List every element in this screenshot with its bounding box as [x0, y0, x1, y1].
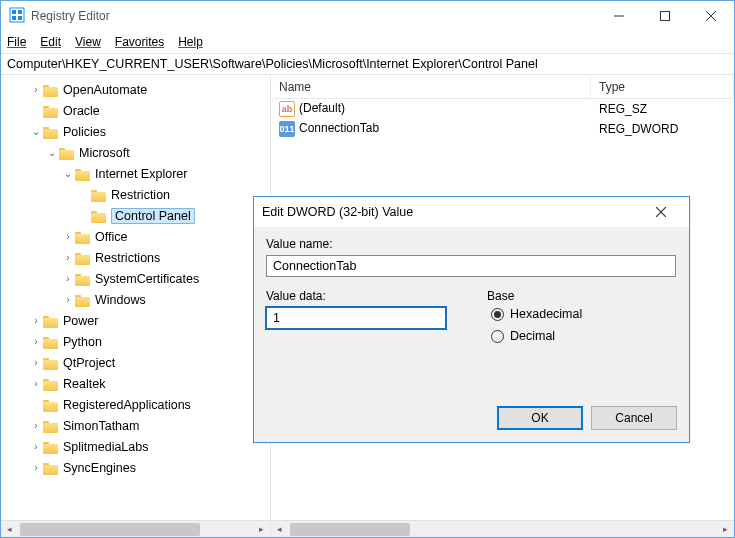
cancel-button[interactable]: Cancel	[591, 406, 677, 430]
dialog-button-row: OK Cancel	[254, 406, 689, 442]
folder-icon	[75, 293, 91, 307]
folder-icon	[43, 125, 59, 139]
tree-node[interactable]: RegisteredApplications	[1, 394, 270, 415]
menu-favorites[interactable]: Favorites	[115, 35, 164, 49]
minimize-button[interactable]	[596, 1, 642, 31]
tree-node-label: Office	[95, 230, 127, 244]
tree-node[interactable]: ›SystemCertificates	[1, 268, 270, 289]
radio-icon	[491, 330, 504, 343]
ok-button[interactable]: OK	[497, 406, 583, 430]
chevron-right-icon[interactable]: ›	[61, 272, 75, 286]
tree-node[interactable]: ›Restrictions	[1, 247, 270, 268]
list-row[interactable]: 011ConnectionTabREG_DWORD	[271, 119, 734, 139]
close-button[interactable]	[688, 1, 734, 31]
tree-node[interactable]: ›OpenAutomate	[1, 79, 270, 100]
radio-decimal[interactable]: Decimal	[491, 329, 677, 343]
tree-node[interactable]: ›QtProject	[1, 352, 270, 373]
list-scrollbar-horizontal[interactable]: ◂ ▸	[271, 520, 734, 537]
radio-hexadecimal[interactable]: Hexadecimal	[491, 307, 677, 321]
value-name-label: (Default)	[299, 101, 345, 115]
registry-editor-window: Registry Editor File Edit View Favorites…	[0, 0, 735, 538]
scroll-track[interactable]	[288, 521, 717, 538]
column-header-type[interactable]: Type	[591, 75, 734, 98]
tree-node[interactable]: Restriction	[1, 184, 270, 205]
tree-node[interactable]: ⌄Microsoft	[1, 142, 270, 163]
value-name-label: ConnectionTab	[299, 121, 379, 135]
titlebar: Registry Editor	[1, 1, 734, 31]
scroll-thumb[interactable]	[20, 523, 200, 536]
scroll-track[interactable]	[18, 521, 253, 538]
chevron-right-icon[interactable]: ›	[29, 314, 43, 328]
tree-node-label: OpenAutomate	[63, 83, 147, 97]
dialog-close-button[interactable]	[641, 198, 681, 226]
chevron-right-icon[interactable]: ›	[29, 377, 43, 391]
string-value-icon: ab	[279, 101, 295, 117]
tree-node-label: Internet Explorer	[95, 167, 187, 181]
chevron-right-icon[interactable]: ›	[61, 251, 75, 265]
tree-node[interactable]: ›SimonTatham	[1, 415, 270, 436]
cell-name: 011ConnectionTab	[271, 121, 591, 137]
menubar: File Edit View Favorites Help	[1, 31, 734, 53]
menu-help[interactable]: Help	[178, 35, 203, 49]
value-name-input[interactable]	[266, 255, 676, 277]
folder-icon	[75, 230, 91, 244]
scroll-right-icon[interactable]: ▸	[253, 521, 270, 538]
tree-node[interactable]: Control Panel	[1, 205, 270, 226]
chevron-right-icon[interactable]: ›	[29, 419, 43, 433]
chevron-right-icon[interactable]: ›	[29, 461, 43, 475]
list-row[interactable]: ab(Default)REG_SZ	[271, 99, 734, 119]
scroll-right-icon[interactable]: ▸	[717, 521, 734, 538]
folder-icon	[43, 356, 59, 370]
chevron-right-icon[interactable]: ›	[29, 440, 43, 454]
tree-node[interactable]: ›Power	[1, 310, 270, 331]
list-rows: ab(Default)REG_SZ011ConnectionTabREG_DWO…	[271, 99, 734, 139]
scroll-left-icon[interactable]: ◂	[271, 521, 288, 538]
scroll-thumb[interactable]	[290, 523, 410, 536]
menu-edit[interactable]: Edit	[40, 35, 61, 49]
maximize-button[interactable]	[642, 1, 688, 31]
title-button-group	[596, 1, 734, 31]
tree-node-label: Control Panel	[111, 208, 195, 224]
folder-icon	[43, 83, 59, 97]
chevron-down-icon[interactable]: ⌄	[45, 146, 59, 160]
chevron-right-icon[interactable]: ›	[61, 230, 75, 244]
menu-file[interactable]: File	[7, 35, 26, 49]
scroll-left-icon[interactable]: ◂	[1, 521, 18, 538]
dialog-body: Value name: Value data: Base Hexadecimal…	[254, 227, 689, 406]
folder-icon	[75, 272, 91, 286]
close-icon	[656, 207, 666, 217]
folder-icon	[43, 419, 59, 433]
tree-view[interactable]: ›OpenAutomateOracle⌄Policies⌄Microsoft⌄I…	[1, 75, 271, 537]
tree-node-label: RegisteredApplications	[63, 398, 191, 412]
column-header-name[interactable]: Name	[271, 75, 591, 98]
chevron-right-icon[interactable]: ›	[61, 293, 75, 307]
tree-node[interactable]: ›Python	[1, 331, 270, 352]
svg-rect-2	[18, 10, 22, 14]
tree-node[interactable]: ⌄Policies	[1, 121, 270, 142]
tree-scrollbar-horizontal[interactable]: ◂ ▸	[1, 520, 270, 537]
tree-node-label: Python	[63, 335, 102, 349]
cell-name: ab(Default)	[271, 101, 591, 117]
app-icon	[9, 7, 25, 26]
twisty-none	[77, 209, 91, 223]
twisty-none	[29, 398, 43, 412]
tree-node[interactable]: ›SyncEngines	[1, 457, 270, 478]
tree-node[interactable]: ⌄Internet Explorer	[1, 163, 270, 184]
chevron-right-icon[interactable]: ›	[29, 335, 43, 349]
tree-node[interactable]: ›Realtek	[1, 373, 270, 394]
address-bar[interactable]: Computer\HKEY_CURRENT_USER\Software\Poli…	[1, 53, 734, 75]
chevron-down-icon[interactable]: ⌄	[61, 167, 75, 181]
tree-node[interactable]: ›Windows	[1, 289, 270, 310]
chevron-right-icon[interactable]: ›	[29, 356, 43, 370]
value-data-input[interactable]	[266, 307, 446, 329]
address-path: Computer\HKEY_CURRENT_USER\Software\Poli…	[7, 57, 538, 71]
tree-node[interactable]: ›SplitmediaLabs	[1, 436, 270, 457]
chevron-right-icon[interactable]: ›	[29, 83, 43, 97]
tree-node[interactable]: ›Office	[1, 226, 270, 247]
chevron-down-icon[interactable]: ⌄	[29, 125, 43, 139]
radio-icon	[491, 308, 504, 321]
dword-value-icon: 011	[279, 121, 295, 137]
menu-view[interactable]: View	[75, 35, 101, 49]
tree-node-label: Restrictions	[95, 251, 160, 265]
tree-node[interactable]: Oracle	[1, 100, 270, 121]
